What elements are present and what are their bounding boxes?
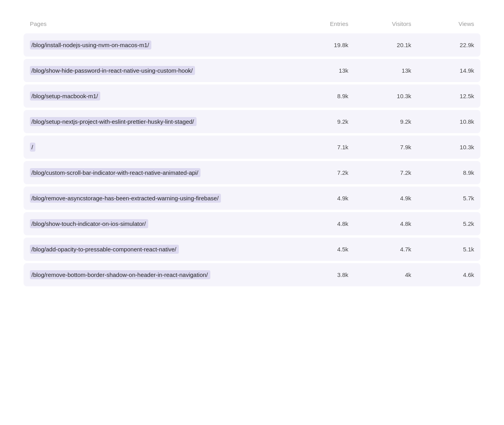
url-badge: /blog/setup-macbook-m1/ (30, 92, 100, 101)
page-url-cell: /blog/show-touch-indicator-on-ios-simula… (30, 219, 285, 228)
views-cell: 4.6k (411, 271, 474, 278)
views-cell: 12.5k (411, 93, 474, 99)
entries-cell: 8.9k (285, 93, 348, 99)
table-row[interactable]: /blog/setup-macbook-m1/ 8.9k 10.3k 12.5k (24, 84, 480, 108)
url-badge: / (30, 143, 35, 152)
entries-cell: 4.5k (285, 246, 348, 253)
visitors-cell: 4.8k (348, 220, 411, 227)
url-badge: /blog/setup-nextjs-project-with-eslint-p… (30, 117, 197, 126)
url-badge: /blog/install-nodejs-using-nvm-on-macos-… (30, 40, 151, 49)
table-header: Pages Entries Visitors Views (24, 16, 480, 32)
url-badge: /blog/show-touch-indicator-on-ios-simula… (30, 219, 148, 228)
table-row[interactable]: /blog/setup-nextjs-project-with-eslint-p… (24, 110, 480, 133)
visitors-cell: 20.1k (348, 42, 411, 48)
url-badge: /blog/add-opacity-to-pressable-component… (30, 245, 179, 254)
page-url-cell: /blog/add-opacity-to-pressable-component… (30, 245, 285, 254)
entries-cell: 9.2k (285, 118, 348, 125)
page-url-cell: / (30, 143, 285, 152)
page-url-cell: /blog/remove-bottom-border-shadow-on-hea… (30, 270, 285, 279)
table-row[interactable]: /blog/install-nodejs-using-nvm-on-macos-… (24, 33, 480, 57)
views-cell: 5.1k (411, 246, 474, 253)
entries-cell: 3.8k (285, 271, 348, 278)
views-cell: 10.8k (411, 118, 474, 125)
table-row[interactable]: /blog/remove-bottom-border-shadow-on-hea… (24, 263, 480, 286)
page-url-cell: /blog/install-nodejs-using-nvm-on-macos-… (30, 40, 285, 49)
views-cell: 22.9k (411, 42, 474, 48)
header-entries: Entries (285, 20, 348, 27)
table-row[interactable]: /blog/add-opacity-to-pressable-component… (24, 238, 480, 261)
entries-cell: 19.8k (285, 42, 348, 48)
url-badge: /blog/custom-scroll-bar-indicator-with-r… (30, 168, 200, 177)
entries-cell: 13k (285, 67, 348, 74)
visitors-cell: 7.9k (348, 144, 411, 150)
table-row[interactable]: /blog/show-hide-password-in-react-native… (24, 59, 480, 82)
entries-cell: 4.8k (285, 220, 348, 227)
views-cell: 10.3k (411, 144, 474, 150)
visitors-cell: 4k (348, 271, 411, 278)
entries-cell: 7.2k (285, 169, 348, 176)
table-body: /blog/install-nodejs-using-nvm-on-macos-… (24, 33, 480, 286)
table-row[interactable]: /blog/remove-asyncstorage-has-been-extra… (24, 187, 480, 210)
entries-cell: 7.1k (285, 144, 348, 150)
table-row[interactable]: /blog/show-touch-indicator-on-ios-simula… (24, 212, 480, 235)
entries-cell: 4.9k (285, 195, 348, 202)
pages-table: Pages Entries Visitors Views /blog/insta… (24, 16, 480, 286)
header-views: Views (411, 20, 474, 27)
header-visitors: Visitors (348, 20, 411, 27)
page-url-cell: /blog/show-hide-password-in-react-native… (30, 66, 285, 75)
page-url-cell: /blog/setup-nextjs-project-with-eslint-p… (30, 117, 285, 126)
table-row[interactable]: /blog/custom-scroll-bar-indicator-with-r… (24, 161, 480, 184)
views-cell: 5.7k (411, 195, 474, 202)
visitors-cell: 13k (348, 67, 411, 74)
url-badge: /blog/show-hide-password-in-react-native… (30, 66, 195, 75)
visitors-cell: 10.3k (348, 93, 411, 99)
page-url-cell: /blog/setup-macbook-m1/ (30, 92, 285, 101)
views-cell: 5.2k (411, 220, 474, 227)
visitors-cell: 4.7k (348, 246, 411, 253)
url-badge: /blog/remove-asyncstorage-has-been-extra… (30, 194, 221, 203)
url-badge: /blog/remove-bottom-border-shadow-on-hea… (30, 270, 210, 279)
page-url-cell: /blog/custom-scroll-bar-indicator-with-r… (30, 168, 285, 177)
visitors-cell: 4.9k (348, 195, 411, 202)
visitors-cell: 9.2k (348, 118, 411, 125)
views-cell: 8.9k (411, 169, 474, 176)
page-url-cell: /blog/remove-asyncstorage-has-been-extra… (30, 194, 285, 203)
views-cell: 14.9k (411, 67, 474, 74)
header-pages: Pages (30, 20, 285, 27)
visitors-cell: 7.2k (348, 169, 411, 176)
table-row[interactable]: / 7.1k 7.9k 10.3k (24, 136, 480, 159)
